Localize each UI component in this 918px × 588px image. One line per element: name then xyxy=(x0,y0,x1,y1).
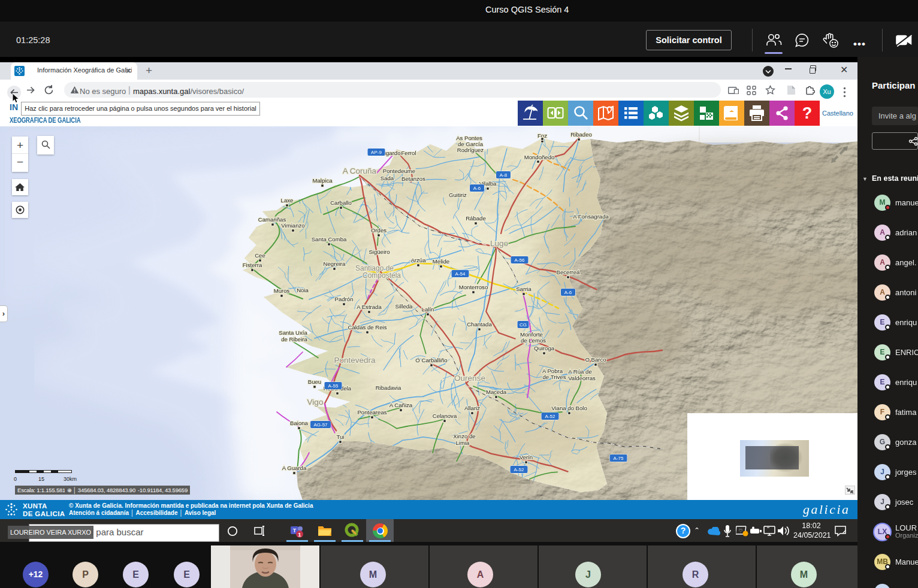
svg-text:A-75: A-75 xyxy=(614,456,624,461)
svg-text:CG: CG xyxy=(520,322,527,328)
svg-text:A Rúa de: A Rúa de xyxy=(568,368,591,375)
svg-text:Sigüeiro: Sigüeiro xyxy=(369,248,389,255)
svg-text:Muros: Muros xyxy=(274,287,290,294)
svg-text:A-52: A-52 xyxy=(514,467,524,472)
svg-text:Allariz: Allariz xyxy=(464,405,480,411)
svg-text:Quiroga: Quiroga xyxy=(534,345,555,351)
svg-text:A-55: A-55 xyxy=(328,383,339,389)
svg-text:A Cañiza: A Cañiza xyxy=(389,402,413,408)
svg-text:Valdeorras: Valdeorras xyxy=(568,375,596,381)
svg-text:Santa Uxía: Santa Uxía xyxy=(279,329,307,336)
svg-text:O Barco: O Barco xyxy=(585,356,606,363)
svg-text:A-56: A-56 xyxy=(515,257,525,263)
svg-text:Ribadeo: Ribadeo xyxy=(570,131,592,138)
svg-text:A-54: A-54 xyxy=(455,271,466,277)
svg-text:Ribadavia: Ribadavia xyxy=(376,384,401,391)
svg-text:Carballo: Carballo xyxy=(330,199,352,206)
svg-text:Betanzos: Betanzos xyxy=(401,175,425,182)
svg-text:♡: ♡ xyxy=(738,528,742,534)
svg-text:Maceda: Maceda xyxy=(486,389,507,395)
svg-text:Ferrol: Ferrol xyxy=(401,150,416,156)
svg-text:A Guarda: A Guarda xyxy=(282,465,307,471)
svg-text:Melide: Melide xyxy=(433,258,449,265)
svg-text:Pontedeume: Pontedeume xyxy=(383,168,415,174)
svg-text:A Estrada: A Estrada xyxy=(357,304,382,310)
svg-text:Lugo: Lugo xyxy=(490,239,508,248)
svg-text:A-52: A-52 xyxy=(545,414,555,419)
svg-text:A-6: A-6 xyxy=(564,290,572,295)
svg-text:Verín: Verín xyxy=(520,454,533,460)
svg-text:Monterroso: Monterroso xyxy=(459,284,488,290)
svg-text:Noia: Noia xyxy=(297,287,309,293)
svg-text:de Trives: de Trives xyxy=(543,374,566,380)
svg-text:A Coruña: A Coruña xyxy=(343,166,377,175)
svg-text:Mondoñedo: Mondoñedo xyxy=(524,154,555,160)
svg-text:A-6: A-6 xyxy=(473,186,481,191)
svg-text:Santa Comba: Santa Comba xyxy=(312,236,347,243)
svg-text:A-8: A-8 xyxy=(500,172,508,178)
svg-text:Lalín: Lalín xyxy=(422,306,434,313)
svg-text:Pontevedra: Pontevedra xyxy=(334,356,376,365)
svg-text:Ourense: Ourense xyxy=(454,374,485,383)
svg-text:Sada: Sada xyxy=(381,175,394,181)
svg-text:T: T xyxy=(293,528,297,534)
svg-text:Xinzo de: Xinzo de xyxy=(453,433,475,440)
svg-text:Bueu: Bueu xyxy=(308,378,321,385)
svg-text:Rodríguez: Rodríguez xyxy=(457,147,484,153)
svg-text:AG-57: AG-57 xyxy=(313,422,328,428)
svg-text:Sarria: Sarria xyxy=(516,286,532,292)
svg-text:Guitiriz: Guitiriz xyxy=(449,192,467,198)
svg-text:Malpica: Malpica xyxy=(312,177,333,184)
svg-text:Ordes: Ordes xyxy=(371,227,386,234)
svg-text:Vimianzo: Vimianzo xyxy=(281,222,304,229)
svg-text:Negreira: Negreira xyxy=(324,260,346,267)
svg-text:Tui: Tui xyxy=(337,434,345,440)
svg-text:Limia: Limia xyxy=(456,440,470,446)
svg-text:Becerreá: Becerreá xyxy=(557,269,581,275)
svg-text:Arzúa: Arzúa xyxy=(410,257,426,263)
svg-text:Laxe: Laxe xyxy=(281,197,294,204)
svg-text:Chantada: Chantada xyxy=(467,321,492,328)
svg-text:Ponteareas: Ponteareas xyxy=(357,409,386,416)
svg-text:de Ribeira: de Ribeira xyxy=(281,336,307,343)
svg-text:Viana do Bolo: Viana do Bolo xyxy=(551,405,587,411)
svg-text:AP-9: AP-9 xyxy=(371,150,382,155)
svg-text:1: 1 xyxy=(298,531,301,538)
svg-text:Silleda: Silleda xyxy=(395,303,413,310)
svg-text:Fisterra: Fisterra xyxy=(243,262,262,268)
svg-text:Compostela: Compostela xyxy=(363,271,401,280)
svg-text:Celanova: Celanova xyxy=(433,413,457,419)
svg-text:Cee: Cee xyxy=(255,252,265,259)
svg-text:Rábade: Rábade xyxy=(466,215,486,222)
svg-text:Padrón: Padrón xyxy=(335,296,354,302)
svg-text:O Carballiño: O Carballiño xyxy=(415,357,447,363)
svg-text:Vigo: Vigo xyxy=(307,398,324,407)
svg-text:A Fonsagrada: A Fonsagrada xyxy=(573,213,609,220)
svg-text:Baiona: Baiona xyxy=(290,420,309,426)
svg-text:de Lemos: de Lemos xyxy=(521,337,546,344)
svg-text:Caldas de Reis: Caldas de Reis xyxy=(348,324,386,331)
